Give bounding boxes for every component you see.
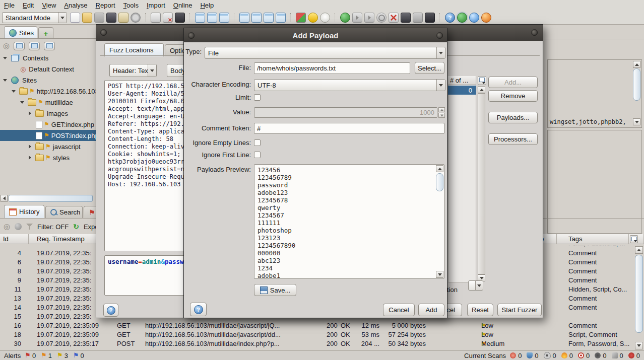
red-flag-icon[interactable]: ⚑ <box>25 352 31 358</box>
expander-icon[interactable] <box>20 101 24 104</box>
comment-token-input[interactable]: # <box>254 123 444 134</box>
expander-icon[interactable] <box>29 156 31 160</box>
tab-history[interactable]: History <box>4 205 44 218</box>
save-button[interactable]: Save... <box>254 284 296 296</box>
combo-fragment[interactable] <box>468 280 483 291</box>
history-scroll-up-button[interactable] <box>635 246 643 254</box>
tree-item-javascript[interactable]: ⚑ javascript <box>0 141 96 152</box>
break-controls-icon[interactable] <box>175 13 185 23</box>
file-path-input[interactable]: /home/whois/passwords.txt <box>254 62 410 74</box>
delete-note-icon[interactable] <box>163 13 173 23</box>
tree-item-get-index[interactable]: ⚑ GET:index.php <box>0 119 96 130</box>
export-context-icon[interactable] <box>44 42 55 50</box>
tree-item-default-context[interactable]: ◎ Default Context <box>0 63 96 75</box>
snapshot-session-icon[interactable] <box>106 13 116 23</box>
fuzzer-icon[interactable] <box>401 13 411 23</box>
history-row[interactable]: 3019.07.2019, 22:35:17 POSThttp://192.16… <box>0 339 634 348</box>
value-input[interactable]: 1000 <box>254 107 437 118</box>
edit-note-icon[interactable] <box>151 13 161 23</box>
target-scope-icon[interactable]: ◎ <box>4 222 10 231</box>
play-icon[interactable] <box>364 13 374 23</box>
orange-flag-icon[interactable]: ⚑ <box>41 352 47 358</box>
cancel-all-icon[interactable] <box>389 13 399 23</box>
cancel-button[interactable]: Cancel <box>383 304 415 316</box>
menu-help[interactable]: Help <box>196 0 218 11</box>
mode-select[interactable]: Standard Mode <box>2 12 67 23</box>
help-icon[interactable]: ? <box>445 13 455 23</box>
new-context-icon[interactable] <box>14 42 25 50</box>
menu-edit[interactable]: Edit <box>19 0 38 11</box>
expander-icon[interactable] <box>29 111 31 115</box>
tab-sites[interactable]: Sites <box>4 26 37 39</box>
add-ons-icon[interactable] <box>296 13 306 23</box>
menu-view[interactable]: View <box>38 0 60 11</box>
options-gear-icon[interactable] <box>131 13 141 23</box>
open-session-icon[interactable] <box>82 13 92 23</box>
type-select[interactable]: File <box>205 47 445 59</box>
column-header-id[interactable]: Id <box>0 234 29 244</box>
stop-icon[interactable] <box>376 13 387 23</box>
tree-horizontal-scrollbar[interactable] <box>9 195 93 202</box>
tree-scroll-left-button[interactable] <box>1 195 8 202</box>
column-header-tags[interactable]: Tags <box>557 234 629 244</box>
response-scrollbar-thumb[interactable] <box>633 68 640 101</box>
quick-start-icon[interactable] <box>308 13 318 23</box>
remove-location-button[interactable]: Remove <box>488 90 538 102</box>
menu-file[interactable]: File <box>0 0 19 11</box>
limit-checkbox[interactable] <box>254 94 261 101</box>
export-icon[interactable] <box>413 13 423 23</box>
processors-button[interactable]: Processors... <box>488 133 538 145</box>
yellow-flag-icon[interactable]: ⚑ <box>57 352 63 358</box>
preview-scrollbar-thumb[interactable] <box>436 173 443 191</box>
scroll-up-button[interactable] <box>633 61 640 68</box>
layout-compact-icon[interactable] <box>219 13 229 23</box>
filter-funnel-icon[interactable] <box>26 224 33 230</box>
history-row[interactable]: 1819.07.2019, 22:35:09 GEThttp://192.168… <box>0 330 634 339</box>
blue-flag-icon[interactable]: ⚑ <box>73 352 79 358</box>
expander-icon[interactable] <box>3 57 7 59</box>
preview-scroll-up-button[interactable] <box>436 165 443 172</box>
tree-item-contexts[interactable]: Contexts <box>0 52 96 63</box>
ignore-empty-lines-checkbox[interactable] <box>254 139 261 146</box>
select-file-button[interactable]: Select... <box>415 62 444 74</box>
expander-icon[interactable] <box>3 79 7 82</box>
tree-item-site[interactable]: ⚑ http://192.168.56.103 <box>0 86 96 97</box>
header-view-select[interactable]: Header: Text <box>109 64 157 77</box>
fuzz-location-row-selected[interactable]: 0 <box>448 86 476 95</box>
tab-add-panel[interactable]: + <box>38 27 53 39</box>
hud-lightbulb-icon[interactable] <box>320 13 330 23</box>
payloads-button[interactable]: Payloads... <box>488 112 538 123</box>
menu-tools[interactable]: Tools <box>119 0 143 11</box>
tree-item-mutillidae[interactable]: ⚑ mutillidae <box>0 97 96 108</box>
target-scope-icon[interactable]: ◎ <box>3 41 10 50</box>
session-properties-icon[interactable] <box>118 13 128 23</box>
add-button[interactable]: Add <box>418 304 444 316</box>
menu-online[interactable]: Online <box>169 0 197 11</box>
column-header-num-payloads[interactable]: # of ... <box>448 76 476 85</box>
globe-grey-icon[interactable] <box>15 223 22 230</box>
step-icon[interactable] <box>352 13 362 23</box>
spider-start-icon[interactable] <box>340 13 350 23</box>
ignore-first-line-checkbox[interactable] <box>254 152 261 158</box>
tree-item-sites[interactable]: Sites <box>0 75 96 86</box>
add-payload-titlebar[interactable]: Add Payload <box>184 28 447 42</box>
add-location-button[interactable]: Add... <box>488 77 538 88</box>
fuzzer-help-button[interactable]: ? <box>103 304 118 317</box>
menu-import[interactable]: Import <box>143 0 169 11</box>
payloads-preview-area[interactable]: 123456 123456789 password adobe123 12345… <box>254 164 444 279</box>
history-scroll-down-button[interactable] <box>635 342 643 349</box>
record-icon[interactable] <box>425 13 435 23</box>
fuzzer-reset-button[interactable]: Reset <box>467 304 493 316</box>
layout-standard-icon[interactable] <box>207 13 217 23</box>
tree-item-images[interactable]: images <box>0 108 96 119</box>
tab-search[interactable]: Search <box>45 206 83 218</box>
payload-help-button[interactable]: ? <box>190 303 207 316</box>
expander-icon[interactable] <box>12 90 16 93</box>
tab-layout-rows-icon[interactable] <box>276 13 286 23</box>
start-fuzzer-button[interactable]: Start Fuzzer <box>497 304 542 316</box>
history-scrollbar-thumb[interactable] <box>635 255 643 333</box>
history-row[interactable]: 1619.07.2019, 22:35:09 GEThttp://192.168… <box>0 321 634 330</box>
new-session-icon[interactable] <box>70 13 80 23</box>
expander-icon[interactable] <box>29 145 31 149</box>
menu-report[interactable]: Report <box>92 0 119 11</box>
